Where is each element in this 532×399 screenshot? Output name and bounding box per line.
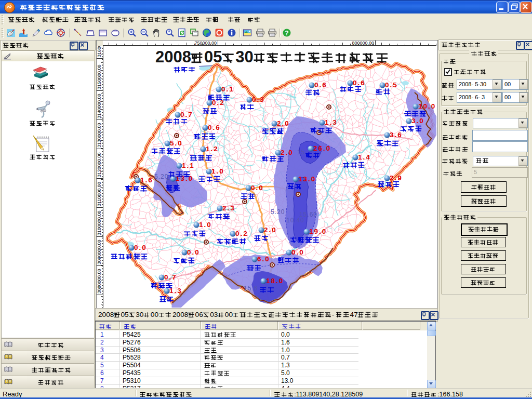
svg-text:1.6: 1.6: [140, 176, 153, 184]
svg-text:2008: 2008: [172, 311, 189, 318]
svg-text:6.0: 6.0: [257, 255, 270, 263]
svg-text:2008: 2008: [155, 48, 191, 66]
svg-text:15.6: 15.6: [244, 285, 258, 292]
svg-text:2.0: 2.0: [264, 226, 277, 234]
svg-text:0.3: 0.3: [252, 96, 265, 103]
svg-text:2.0: 2.0: [277, 119, 290, 127]
svg-text:3110000.00: 3110000.00: [97, 182, 102, 206]
svg-text:3130000.00: 3130000.00: [97, 123, 102, 148]
svg-text:1.0: 1.0: [199, 221, 212, 229]
svg-text:?: ?: [285, 30, 288, 37]
svg-text:1.2: 1.2: [206, 145, 219, 153]
svg-text:1.1: 1.1: [182, 162, 195, 169]
svg-text:13.0: 13.0: [298, 175, 316, 183]
svg-text:10.0: 10.0: [418, 102, 436, 110]
svg-text:0.0: 0.0: [134, 244, 147, 251]
svg-text:3150000.00: 3150000.00: [97, 64, 102, 89]
svg-text:13.0: 13.0: [176, 175, 193, 182]
svg-text:18.0: 18.0: [266, 277, 284, 285]
svg-text:2008: 2008: [98, 311, 114, 318]
svg-text:1.4: 1.4: [358, 153, 371, 161]
svg-text:1.3: 1.3: [325, 118, 338, 126]
svg-text:3.6: 3.6: [390, 131, 403, 139]
svg-text:47: 47: [350, 311, 358, 318]
svg-text:3.0: 3.0: [411, 117, 424, 125]
svg-text:-: -: [332, 311, 335, 318]
svg-text:5.20: 5.20: [271, 208, 285, 216]
svg-text:3090000.00: 3090000.00: [97, 240, 102, 264]
svg-text:800000.00: 800000.00: [352, 41, 374, 46]
svg-text:10.40: 10.40: [286, 217, 304, 224]
svg-text:03: 03: [210, 311, 218, 318]
svg-text:19.0: 19.0: [309, 228, 327, 235]
svg-text:15.: 15.: [297, 149, 308, 156]
svg-text:0.7: 0.7: [164, 273, 177, 281]
svg-text:2.3: 2.3: [222, 204, 235, 212]
svg-text:00: 00: [225, 311, 233, 318]
svg-text:3100000.00: 3100000.00: [97, 210, 102, 235]
svg-text:00: 00: [151, 311, 159, 318]
svg-text:0.0: 0.0: [187, 248, 200, 256]
svg-text:05: 05: [121, 311, 129, 318]
svg-text:750000.00: 750000.00: [194, 41, 217, 46]
svg-text:0.7: 0.7: [180, 111, 193, 118]
svg-text:26.0: 26.0: [313, 144, 331, 152]
svg-text:05: 05: [204, 48, 222, 66]
svg-text:3120000.00: 3120000.00: [97, 152, 102, 177]
svg-text:0.6: 0.6: [314, 81, 327, 89]
svg-text:3080000.00: 3080000.00: [97, 269, 102, 294]
svg-text:0.1: 0.1: [221, 85, 234, 93]
svg-text:30: 30: [136, 311, 144, 318]
svg-text:30: 30: [235, 48, 253, 66]
svg-text:0.5: 0.5: [385, 81, 398, 89]
svg-text:0.0: 0.0: [251, 184, 264, 192]
svg-text:06: 06: [195, 311, 204, 318]
svg-text:2.9: 2.9: [390, 174, 403, 182]
svg-text:0.2: 0.2: [235, 230, 248, 237]
svg-text:0.6: 0.6: [208, 124, 221, 131]
svg-text:2.0: 2.0: [281, 149, 294, 156]
svg-text:1.0: 1.0: [211, 167, 224, 175]
svg-text:5.0: 5.0: [170, 139, 183, 147]
svg-text:3160000: 3160000: [97, 46, 102, 57]
svg-text:3140000.00: 3140000.00: [97, 94, 102, 118]
svg-text:0.6: 0.6: [353, 79, 366, 87]
svg-text:0.0: 0.0: [291, 248, 304, 256]
